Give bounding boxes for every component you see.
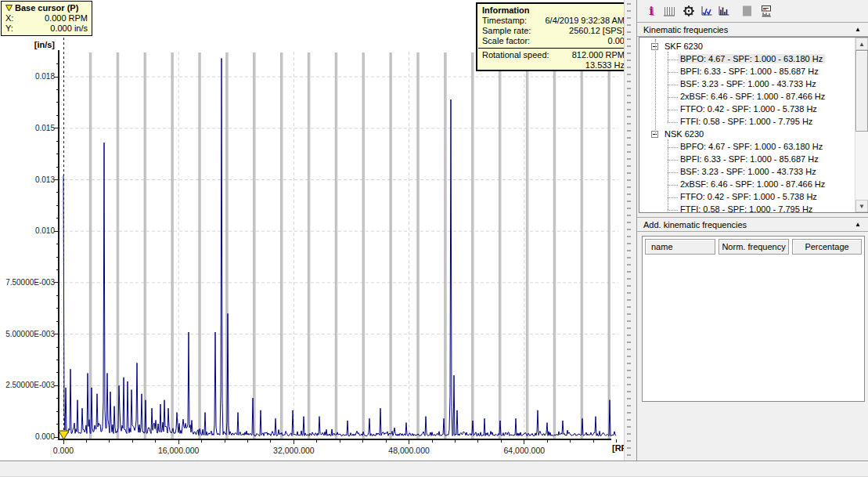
y-tick-label: 0.010 xyxy=(0,226,55,235)
column-header-percentage[interactable]: Percentage xyxy=(792,239,862,255)
tree-branch-line xyxy=(668,210,678,211)
cursor-triangle-icon xyxy=(5,5,13,12)
tree-branch-line xyxy=(668,122,678,123)
rotational-speed-hz-value: 13.533 Hz xyxy=(482,60,625,70)
tree-item-label[interactable]: BPFO: 4.67 - SPF: 1.000 - 63.180 Hz xyxy=(678,142,825,151)
information-box: Information Timestamp:6/4/2019 9:32:38 A… xyxy=(476,2,631,71)
y-tick-label: 5.00000E-003 xyxy=(0,330,55,338)
tree-item-label[interactable]: BPFO: 4.67 - SPF: 1.000 - 63.180 Hz xyxy=(678,54,825,63)
bearing-icon[interactable] xyxy=(680,2,697,20)
base-cursor-title: Base cursor (P) xyxy=(15,3,78,13)
info-row-value: 2560.12 [SPS] xyxy=(569,26,625,36)
tree-item-label[interactable]: FTFI: 0.58 - SPF: 1.000 - 7.795 Hz xyxy=(678,204,815,212)
splitter-grip-icon xyxy=(627,3,631,457)
column-header-norm-frequency[interactable]: Norm. frequency xyxy=(719,239,789,255)
tree-item[interactable]: 2xBSF: 6.46 - SPF: 1.000 - 87.466 Hz xyxy=(639,179,855,191)
tree-item-label[interactable]: FTFO: 0.42 - SPF: 1.000 - 5.738 Hz xyxy=(678,192,819,201)
info-icon[interactable]: ii xyxy=(643,2,659,20)
tree-item[interactable]: BPFO: 4.67 - SPF: 1.000 - 63.180 Hz xyxy=(639,141,855,154)
y-tick-label: 0.013 xyxy=(0,175,55,184)
vibration-analysis-window: [in/s] [RPM] 0.0180.0150.0130.0107.50000… xyxy=(0,0,868,477)
tree-item-label[interactable]: BPFI: 6.33 - SPF: 1.000 - 85.687 Hz xyxy=(678,154,821,164)
tree-item[interactable]: FTFI: 0.58 - SPF: 1.000 - 7.795 Hz xyxy=(639,204,855,212)
svg-text:i: i xyxy=(649,5,654,17)
add-kinematic-frequencies-header[interactable]: Add. kinematic frequencies ▲ xyxy=(637,217,868,232)
kinematic-toolbar: ii xyxy=(637,0,868,21)
y-tick-label: 0.015 xyxy=(0,124,55,132)
tree-item-label[interactable]: BSF: 3.23 - SPF: 1.000 - 43.733 Hz xyxy=(678,167,819,176)
info-row-label: Scale factor: xyxy=(482,36,530,46)
kinematic-tree-container: SKF 6230BPFO: 4.67 - SPF: 1.000 - 63.180… xyxy=(639,37,868,213)
tree-item[interactable]: BSF: 3.23 - SPF: 1.000 - 43.733 Hz xyxy=(639,166,855,179)
tree-guide-line xyxy=(668,52,668,122)
tree-item-label[interactable]: 2xBSF: 6.46 - SPF: 1.000 - 87.466 Hz xyxy=(678,179,827,189)
tree-item[interactable]: BPFI: 6.33 - SPF: 1.000 - 85.687 Hz xyxy=(639,154,855,166)
tree-branch-line xyxy=(668,185,678,186)
scroll-up-icon[interactable]: ▲ xyxy=(855,38,868,50)
tree-group-label[interactable]: NSK 6230 xyxy=(662,129,706,139)
tree-item[interactable]: BPFO: 4.67 - SPF: 1.000 - 63.180 Hz xyxy=(639,53,855,66)
tree-branch-line xyxy=(668,72,678,73)
spectrum-chart-panel[interactable]: [in/s] [RPM] 0.0180.0150.0130.0107.50000… xyxy=(0,0,624,461)
tree-group-row[interactable]: NSK 6230 xyxy=(639,128,855,141)
x-tick-label: 16,000.000 xyxy=(143,446,214,455)
tree-branch-line xyxy=(668,197,678,198)
information-divider xyxy=(478,48,628,49)
tree-item-label[interactable]: FTFO: 0.42 - SPF: 1.000 - 5.738 Hz xyxy=(678,104,819,114)
collapse-up-icon[interactable]: ▲ xyxy=(855,26,861,33)
spectrum-check-icon[interactable] xyxy=(698,2,715,20)
info-row: Scale factor:0.00 xyxy=(482,36,625,46)
panel-splitter[interactable] xyxy=(624,0,636,461)
cursor-y-value: 0.000 in/s xyxy=(50,23,88,34)
tree-item[interactable]: FTFO: 0.42 - SPF: 1.000 - 5.738 Hz xyxy=(639,103,855,116)
scroll-down-icon[interactable]: ▼ xyxy=(855,200,868,212)
kinematic-side-panel: ii Kinematic frequencies ▲ SKF 6230BPFO:… xyxy=(636,0,868,461)
tree-scrollbar[interactable]: ▲ ▼ xyxy=(855,38,868,212)
info-row: Sample rate:2560.12 [SPS] xyxy=(482,26,625,36)
y-tick-label: 0.018 xyxy=(0,72,55,81)
column-header-name[interactable]: name xyxy=(645,239,715,255)
tree-item[interactable]: FTFI: 0.58 - SPF: 1.000 - 7.795 Hz xyxy=(639,116,855,128)
add-kinematic-table: nameNorm. frequencyPercentage xyxy=(642,236,865,402)
tree-guide-line xyxy=(668,139,668,210)
tree-item-label[interactable]: 2xBSF: 6.46 - SPF: 1.000 - 87.466 Hz xyxy=(678,92,827,101)
bar-chart-icon[interactable] xyxy=(715,2,732,20)
info-row-label: Sample rate: xyxy=(482,26,531,36)
tree-item[interactable]: FTFO: 0.42 - SPF: 1.000 - 5.738 Hz xyxy=(639,191,855,204)
info-row-label: Timestamp: xyxy=(482,16,527,26)
tree-item-label[interactable]: FTFI: 0.58 - SPF: 1.000 - 7.795 Hz xyxy=(678,117,815,126)
harmonic-lines-icon[interactable] xyxy=(661,2,677,20)
scrollbar-thumb[interactable] xyxy=(855,50,868,132)
info-row-value: 0.00 xyxy=(608,36,625,46)
tree-group-row[interactable]: SKF 6230 xyxy=(639,41,855,53)
tree-group-label[interactable]: SKF 6230 xyxy=(662,42,705,51)
kinematic-frequencies-header[interactable]: Kinematic frequencies ▲ xyxy=(637,22,868,37)
panel-empty-area xyxy=(637,402,868,461)
kinematic-frequency-tree: SKF 6230BPFO: 4.67 - SPF: 1.000 - 63.180… xyxy=(639,38,855,212)
tree-item[interactable]: 2xBSF: 6.46 - SPF: 1.000 - 87.466 Hz xyxy=(639,91,855,103)
cursor-y-label: Y: xyxy=(5,23,13,34)
x-tick-label: 48,000.000 xyxy=(374,446,445,455)
cursor-x-label: X: xyxy=(5,13,13,23)
x-tick-label: 0.000 xyxy=(28,446,99,455)
tree-guide-line xyxy=(655,39,656,135)
base-cursor-box[interactable]: Base cursor (P) X: 0.000 RPM Y: 0.000 in… xyxy=(1,1,92,36)
report-icon[interactable] xyxy=(758,2,775,20)
tree-item[interactable]: BPFI: 6.33 - SPF: 1.000 - 85.687 Hz xyxy=(639,66,855,78)
info-row-value: 6/4/2019 9:32:38 AM xyxy=(545,16,625,26)
tree-item[interactable]: BSF: 3.23 - SPF: 1.000 - 43.733 Hz xyxy=(639,78,855,91)
tree-item-label[interactable]: BSF: 3.23 - SPF: 1.000 - 43.733 Hz xyxy=(678,79,819,89)
information-title: Information xyxy=(482,5,625,16)
rotational-speed-value: 812.000 RPM xyxy=(572,50,625,60)
collapse-up-icon[interactable]: ▲ xyxy=(855,221,861,228)
y-tick-label: 2.50000E-003 xyxy=(0,381,55,389)
bottom-status-strip xyxy=(0,461,868,477)
tree-item-label[interactable]: BPFI: 6.33 - SPF: 1.000 - 85.687 Hz xyxy=(678,67,821,76)
x-tick-label: 64,000.000 xyxy=(489,446,560,455)
tree-branch-line xyxy=(668,97,678,98)
tree-branch-line xyxy=(668,147,678,148)
rotational-speed-label: Rotational speed: xyxy=(482,50,549,60)
disabled-square-icon xyxy=(739,2,755,20)
kinematic-frequencies-title: Kinematic frequencies xyxy=(643,25,728,34)
cursor-x-value: 0.000 RPM xyxy=(45,13,88,23)
